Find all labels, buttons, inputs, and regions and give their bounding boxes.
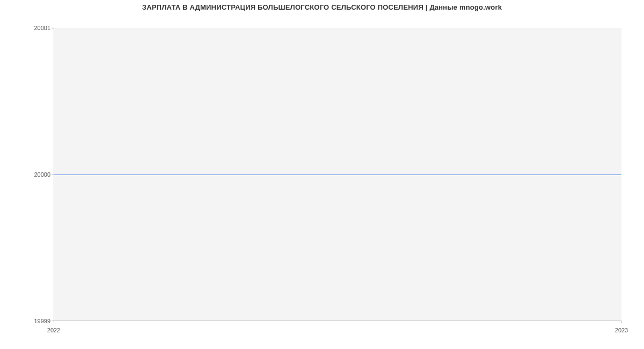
y-tick-mark: [52, 174, 54, 175]
chart-title: ЗАРПЛАТА В АДМИНИСТРАЦИЯ БОЛЬШЕЛОГСКОГО …: [0, 3, 644, 11]
x-tick-mark: [54, 321, 54, 323]
x-tick-mark: [621, 321, 622, 323]
y-tick-label: 19999: [24, 318, 50, 324]
y-tick-label: 20001: [24, 25, 50, 31]
plot-area: [54, 28, 621, 321]
x-tick-label: 2023: [615, 327, 628, 333]
series-line: [54, 174, 621, 175]
x-tick-label: 2022: [47, 327, 60, 333]
y-tick-mark: [52, 28, 54, 28]
y-tick-label: 20000: [24, 172, 50, 177]
